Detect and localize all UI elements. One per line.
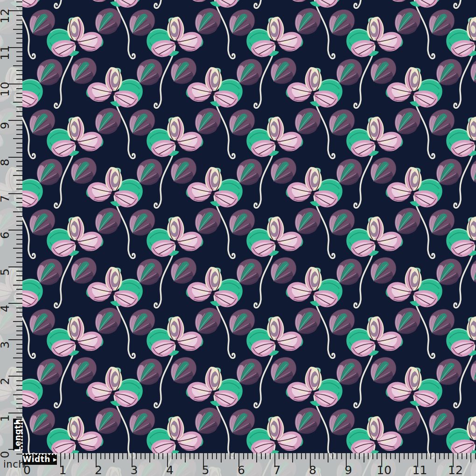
tick-mark-bottom <box>256 453 257 462</box>
tick-mark-left <box>16 244 22 245</box>
inch-number-bottom: 9 <box>345 464 352 476</box>
tick-mark-left <box>16 15 22 16</box>
tick-mark-left <box>13 211 22 212</box>
tick-mark-left <box>16 202 22 203</box>
tick-mark-bottom <box>261 453 262 459</box>
tick-mark-left <box>16 417 22 418</box>
tick-mark-bottom <box>105 453 105 459</box>
tick-mark-bottom <box>315 453 315 459</box>
tick-mark-left <box>16 88 22 89</box>
inch-number-bottom: 10 <box>377 464 392 476</box>
tick-mark-left <box>16 184 22 185</box>
tick-mark-bottom <box>292 453 293 462</box>
tick-mark-left <box>16 42 22 43</box>
tick-mark-bottom <box>136 453 137 459</box>
inch-number-left: 10 <box>0 81 11 98</box>
tick-mark-left <box>16 225 22 226</box>
tick-mark-left <box>16 294 22 294</box>
tick-mark-bottom <box>457 453 458 459</box>
tick-mark-bottom <box>198 453 199 459</box>
tick-mark-left <box>13 138 22 139</box>
tick-mark-left <box>16 344 22 345</box>
fabric-print <box>0 0 476 476</box>
tick-mark-bottom <box>109 453 110 459</box>
tick-mark-left <box>16 147 22 148</box>
tick-mark-left <box>16 129 22 130</box>
tick-mark-left <box>16 349 22 350</box>
tick-mark-bottom <box>404 453 405 459</box>
tick-mark-bottom <box>78 453 79 462</box>
tick-mark-left <box>16 106 22 107</box>
tick-mark-bottom <box>127 453 128 459</box>
tick-mark-bottom <box>439 453 440 459</box>
tick-mark-left <box>16 262 22 263</box>
tick-mark-bottom <box>181 453 182 459</box>
inch-number-bottom: 6 <box>238 464 245 476</box>
inch-number-bottom: 3 <box>131 464 138 476</box>
tick-mark-bottom <box>305 453 306 459</box>
tick-mark-left <box>16 454 22 455</box>
tick-mark-left <box>16 93 22 94</box>
inch-number-left: 7 <box>0 190 11 207</box>
floral-repeat <box>0 0 476 476</box>
tick-mark-bottom <box>279 453 280 459</box>
width-label-text: Width <box>22 455 50 463</box>
width-perforation-dashes <box>22 453 57 455</box>
tick-mark-left <box>16 111 22 112</box>
tick-mark-bottom <box>413 453 413 459</box>
tick-mark-left <box>16 371 22 372</box>
tick-mark-left <box>16 239 22 240</box>
inch-number-left: 2 <box>0 373 11 390</box>
tick-mark-left <box>13 102 22 103</box>
tick-mark-bottom <box>194 453 195 459</box>
tick-mark-bottom <box>252 453 253 459</box>
tick-mark-left <box>16 56 22 57</box>
tick-mark-left <box>16 298 22 299</box>
width-ruler: 0123456789101112 <box>22 453 476 476</box>
tick-mark-left <box>13 285 22 286</box>
tick-mark-bottom <box>247 453 248 459</box>
tick-mark-bottom <box>270 453 271 459</box>
tick-mark-left <box>13 29 22 30</box>
tick-mark-bottom <box>390 453 391 459</box>
tick-mark-left <box>16 362 22 363</box>
tick-mark-left <box>13 248 22 249</box>
tick-mark-bottom <box>113 453 114 462</box>
tick-mark-bottom <box>462 453 462 459</box>
inch-number-left: 9 <box>0 117 11 134</box>
tick-mark-bottom <box>91 453 92 459</box>
tick-mark-left <box>16 280 22 281</box>
tick-mark-bottom <box>448 453 449 459</box>
tick-mark-bottom <box>328 453 329 462</box>
tick-mark-bottom <box>399 453 400 462</box>
tick-mark-left <box>16 134 22 135</box>
tick-mark-bottom <box>350 453 351 459</box>
tick-mark-left <box>16 70 22 71</box>
tick-mark-left <box>16 79 22 80</box>
tick-mark-bottom <box>162 453 163 459</box>
tick-mark-bottom <box>359 453 360 459</box>
inch-number-left: 4 <box>0 300 11 317</box>
tick-mark-bottom <box>185 453 186 462</box>
tick-mark-left <box>16 198 22 199</box>
tick-mark-bottom <box>234 453 235 459</box>
tick-mark-left <box>16 97 22 98</box>
tick-mark-left <box>16 330 22 331</box>
tick-mark-left <box>16 207 22 208</box>
inch-number-left: 1 <box>0 410 11 427</box>
tick-mark-left <box>16 61 22 62</box>
tick-mark-left <box>16 289 22 290</box>
tick-mark-bottom <box>395 453 396 459</box>
tick-mark-left <box>16 385 22 386</box>
length-perforation-dashes <box>21 419 23 450</box>
tick-mark-bottom <box>364 453 364 462</box>
tick-mark-left <box>16 180 22 181</box>
tick-mark-bottom <box>355 453 356 459</box>
tick-mark-left <box>16 38 22 39</box>
fabric-swatch-mockup: 0123456789101112 0123456789101112 ▲ Leng… <box>0 0 476 476</box>
tick-mark-bottom <box>149 453 150 462</box>
tick-mark-left <box>16 125 22 126</box>
tick-mark-left <box>16 257 22 258</box>
tick-mark-left <box>13 321 22 322</box>
inch-number-left: 3 <box>0 336 11 353</box>
